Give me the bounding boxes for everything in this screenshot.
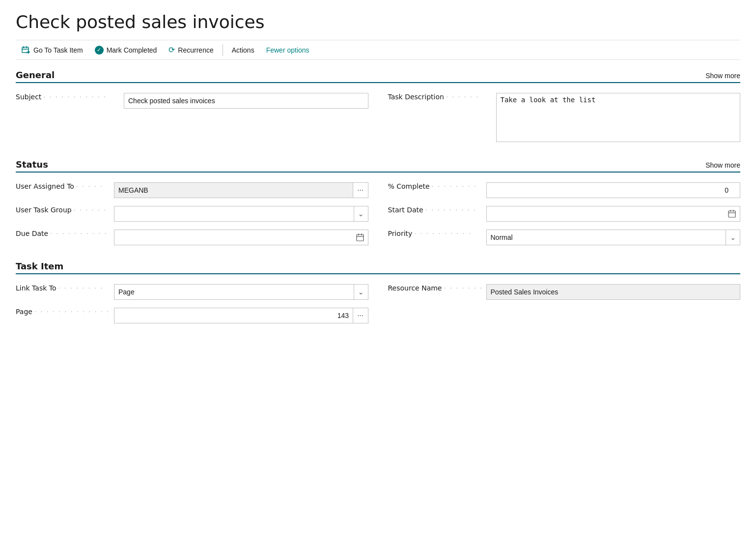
priority-dots: · · · · · · · · · · [412, 230, 486, 237]
user-assigned-field-container: ··· [114, 182, 368, 198]
user-assigned-ellipsis-button[interactable]: ··· [353, 182, 368, 198]
page-title: Check posted sales invoices [16, 12, 740, 32]
task-description-dots: · · · · · · [444, 93, 496, 101]
percent-complete-label-area: % Complete · · · · · · · · [388, 182, 486, 190]
link-task-to-dots: · · · · · · · · [56, 285, 114, 292]
status-show-more-button[interactable]: Show more [705, 161, 740, 169]
calendar-icon [728, 210, 736, 218]
page-row: Page · · · · · · · · · · · · · ··· [16, 308, 368, 323]
recurrence-icon: ⟳ [168, 45, 175, 55]
link-task-to-label-area: Link Task To · · · · · · · · [16, 284, 114, 292]
percent-complete-label: % Complete [388, 182, 430, 190]
goto-icon [22, 46, 30, 55]
due-date-label-area: Due Date · · · · · · · · · · [16, 230, 114, 237]
subject-label: Subject [16, 93, 41, 101]
user-assigned-input[interactable] [114, 182, 353, 198]
user-task-group-chevron-icon: ⌄ [354, 206, 368, 222]
subject-row: Subject · · · · · · · · · · · [16, 93, 368, 144]
task-item-section-title: Task Item [16, 261, 63, 271]
start-date-row: Start Date · · · · · · · · · [388, 206, 741, 222]
due-calendar-icon [356, 233, 364, 241]
task-item-form-grid: Link Task To · · · · · · · · Page Report… [16, 284, 740, 323]
goto-label: Go To Task Item [33, 46, 83, 54]
page-input[interactable] [114, 308, 353, 323]
checkmark-icon: ✓ [95, 46, 104, 55]
task-description-label-area: Task Description · · · · · · [388, 93, 496, 101]
resource-name-input [486, 284, 741, 300]
link-task-to-dropdown: Page Report Codeunit ⌄ [114, 284, 368, 300]
user-task-group-row: User Task Group · · · · · · ⌄ [16, 206, 368, 222]
due-date-calendar-button[interactable] [352, 230, 368, 245]
general-section-header: General Show more [16, 70, 740, 83]
task-description-input[interactable]: Take a look at the list [496, 93, 741, 142]
priority-label: Priority [388, 230, 413, 237]
mark-completed-button[interactable]: ✓ Mark Completed [89, 44, 163, 57]
percent-complete-input[interactable] [486, 182, 741, 198]
due-date-row: Due Date · · · · · · · · · · [16, 230, 368, 245]
subject-label-area: Subject · · · · · · · · · · · [16, 93, 124, 101]
general-show-more-button[interactable]: Show more [705, 72, 740, 80]
page-field-container: ··· [114, 308, 368, 323]
task-description-field-container: Take a look at the list [496, 93, 741, 144]
priority-select[interactable]: Normal Low High [486, 230, 727, 245]
user-task-group-field-container: ⌄ [114, 206, 368, 222]
resource-name-label: Resource Name [388, 284, 442, 292]
recurrence-label: Recurrence [178, 46, 213, 54]
general-form-grid: Subject · · · · · · · · · · · Task Descr… [16, 93, 740, 144]
status-section-header: Status Show more [16, 159, 740, 173]
resource-name-field-container [486, 284, 741, 300]
subject-dots: · · · · · · · · · · · [41, 93, 124, 101]
mark-completed-label: Mark Completed [107, 46, 157, 54]
status-section-title: Status [16, 159, 48, 170]
start-date-input[interactable] [486, 206, 725, 222]
svg-rect-2 [728, 211, 735, 217]
toolbar: Go To Task Item ✓ Mark Completed ⟳ Recur… [16, 40, 740, 60]
resource-name-row: Resource Name · · · · · · · [388, 284, 741, 300]
resource-name-label-area: Resource Name · · · · · · · [388, 284, 486, 292]
task-description-row: Task Description · · · · · · Take a look… [388, 93, 741, 144]
svg-rect-6 [357, 234, 364, 241]
task-item-section-header: Task Item [16, 261, 740, 274]
user-assigned-label: User Assigned To [16, 182, 74, 190]
link-task-to-field-container: Page Report Codeunit ⌄ [114, 284, 368, 300]
fewer-options-button[interactable]: Fewer options [260, 44, 315, 56]
recurrence-button[interactable]: ⟳ Recurrence [163, 43, 219, 57]
status-section: Status Show more User Assigned To · · · … [16, 159, 740, 245]
page-dots: · · · · · · · · · · · · · [32, 308, 114, 316]
link-task-to-select[interactable]: Page Report Codeunit [114, 284, 354, 300]
general-section: General Show more Subject · · · · · · · … [16, 70, 740, 144]
start-date-calendar-button[interactable] [724, 206, 740, 222]
user-task-group-select[interactable] [114, 206, 354, 222]
actions-button[interactable]: Actions [226, 44, 260, 56]
user-task-group-label-area: User Task Group · · · · · · [16, 206, 114, 214]
resource-name-dots: · · · · · · · [442, 285, 486, 292]
subject-input[interactable] [124, 93, 368, 109]
user-task-group-dropdown: ⌄ [114, 206, 368, 222]
toolbar-divider [223, 44, 223, 56]
start-date-label-area: Start Date · · · · · · · · · [388, 206, 486, 214]
page-ellipsis-button[interactable]: ··· [353, 308, 368, 323]
priority-label-area: Priority · · · · · · · · · · [388, 230, 486, 237]
page-label: Page [16, 308, 32, 316]
link-task-to-row: Link Task To · · · · · · · · Page Report… [16, 284, 368, 300]
subject-field-container [124, 93, 368, 109]
goto-task-item-button[interactable]: Go To Task Item [16, 44, 89, 57]
priority-dropdown: Normal Low High ⌄ [486, 230, 741, 245]
due-date-dots: · · · · · · · · · · [48, 230, 114, 237]
fewer-options-label: Fewer options [266, 46, 309, 54]
page-container: Check posted sales invoices Go To Task I… [0, 0, 756, 351]
user-assigned-dots: · · · · · [74, 183, 114, 190]
priority-row: Priority · · · · · · · · · · Normal Low … [388, 230, 741, 245]
start-date-label: Start Date [388, 206, 423, 214]
percent-complete-field-container [486, 182, 741, 198]
status-form-grid: User Assigned To · · · · · ··· % Complet… [16, 182, 740, 245]
user-task-group-label: User Task Group [16, 206, 72, 214]
priority-chevron-icon: ⌄ [726, 230, 740, 245]
percent-complete-row: % Complete · · · · · · · · [388, 182, 741, 198]
actions-label: Actions [232, 46, 254, 54]
due-date-label: Due Date [16, 230, 48, 237]
due-date-input-group [114, 230, 368, 245]
due-date-input[interactable] [114, 230, 352, 245]
link-task-to-chevron-icon: ⌄ [354, 284, 368, 300]
percent-complete-dots: · · · · · · · · [430, 183, 486, 190]
